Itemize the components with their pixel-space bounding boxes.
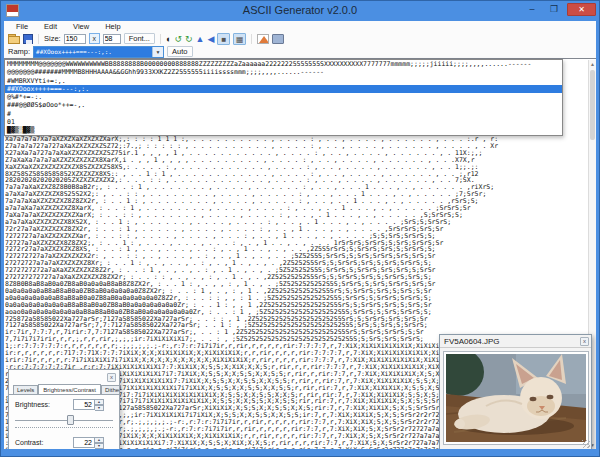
contrast-label: Contrast: <box>15 439 43 446</box>
ramp-dropdown-item[interactable]: █▓▒░█▓▒ <box>5 126 562 134</box>
ramp-dropdown-arrow-icon[interactable]: ▼ <box>152 47 163 57</box>
menu-help[interactable]: Help <box>97 22 128 31</box>
monitor-icon[interactable] <box>272 34 284 44</box>
rotate-right-icon[interactable]: ↻ <box>185 34 193 44</box>
ramp-dropdown-item[interactable]: @@@@@@@#######MMMMB8HHHAAAA&&GGhh9933XXK… <box>5 68 562 76</box>
save-icon[interactable] <box>23 34 33 44</box>
cat-photo <box>446 354 586 442</box>
menubar: File Edit View Help <box>4 21 596 32</box>
ramp-dropdown-item[interactable]: #WMBRXVYti+=:,. <box>5 77 562 85</box>
ramp-dropdown-list[interactable]: MMMMMMMM@@@@@@@WWWWWWWWWWBB8888888B00000… <box>4 59 563 136</box>
adjustment-panel: x Levels Brightness/Contrast Dither Brig… <box>8 369 120 449</box>
resize-grip[interactable] <box>582 440 590 448</box>
ramp-dropdown-item[interactable]: 01 <box>5 118 562 126</box>
ramp-combobox[interactable]: ##XOoox++++===---:,:. ▼ <box>33 46 164 58</box>
height-input[interactable] <box>103 34 121 44</box>
minimize-button[interactable]: – <box>523 3 541 16</box>
ramp-row: Ramp: ##XOoox++++===---:,:. ▼ Auto <box>4 45 596 58</box>
font-button[interactable]: Font... <box>124 33 155 44</box>
close-button[interactable]: ✕ <box>567 3 596 16</box>
menu-view[interactable]: View <box>65 22 97 31</box>
width-input[interactable] <box>64 34 86 44</box>
toolbar-separator <box>251 34 252 44</box>
client-area: File Edit View Help Size: x Font... ◐ ↺ … <box>4 21 596 449</box>
size-label: Size: <box>44 34 61 43</box>
slider-ticks <box>15 427 113 428</box>
open-file-icon[interactable] <box>8 34 20 44</box>
brightness-slider-thumb[interactable] <box>67 415 74 425</box>
picture-icon[interactable] <box>257 34 269 44</box>
contrast-value[interactable]: 22 <box>73 437 95 448</box>
tab-dither[interactable]: Dither <box>101 385 120 394</box>
panel-close-icon[interactable]: x <box>107 373 116 382</box>
preview-image-frame <box>443 351 589 445</box>
toolbar-separator <box>160 34 161 44</box>
ramp-dropdown-item[interactable]: # <box>5 110 562 118</box>
brightness-value[interactable]: 52 <box>73 399 95 410</box>
flip-vertical-icon[interactable]: ▲ <box>195 34 204 44</box>
brightness-slider[interactable] <box>15 415 113 425</box>
preview-titlebar[interactable]: FV5A0604.JPG x <box>440 335 591 348</box>
adjustment-panel-body: Brightness: 52 ▲ ▼ Contrast: 22 ▲ <box>9 394 119 449</box>
adjustment-tabs: Levels Brightness/Contrast Dither <box>13 383 120 394</box>
preview-title: FV5A0604.JPG <box>444 337 500 346</box>
preview-close-icon[interactable]: x <box>580 337 589 346</box>
tab-levels[interactable]: Levels <box>13 385 38 394</box>
ramp-dropdown-item[interactable]: @%#*+=-:. <box>5 93 562 101</box>
scroll-up-icon[interactable]: ▲ <box>589 60 596 68</box>
flip-horizontal-icon[interactable]: ◀ <box>207 34 214 44</box>
toolbar: Size: x Font... ◐ ↺ ↻ ▲ ◀ ■ ▦ <box>4 32 596 45</box>
image-preview-window: FV5A0604.JPG x <box>439 334 592 449</box>
maximize-button[interactable]: ❐ <box>545 3 563 16</box>
rotate-left-icon[interactable]: ↺ <box>174 34 182 44</box>
ramp-dropdown-item[interactable]: ##XOoox++++===---:,:. <box>5 85 562 93</box>
view-image-toggle[interactable]: ■ <box>217 33 230 45</box>
ramp-dropdown-item[interactable]: MMMMMMMM@@@@@@@WWWWWWWWWWBB8888888B00000… <box>5 60 562 68</box>
window-title: ASCII Generator v2.0.0 <box>1 4 599 16</box>
ramp-label: Ramp: <box>8 47 30 56</box>
titlebar[interactable]: ASCII Generator v2.0.0 – ❐ ✕ <box>1 1 599 21</box>
menu-file[interactable]: File <box>8 22 36 31</box>
app-window: ASCII Generator v2.0.0 – ❐ ✕ File Edit V… <box>0 0 600 457</box>
view-split-toggle[interactable]: ▦ <box>233 33 246 45</box>
scrollbar-thumb[interactable] <box>590 70 595 140</box>
contrast-icon[interactable]: ◐ <box>166 34 171 44</box>
spin-down-icon[interactable]: ▼ <box>95 405 104 411</box>
lock-aspect-button[interactable]: x <box>89 33 100 44</box>
toolbar-separator <box>38 34 39 44</box>
brightness-label: Brightness: <box>15 401 50 408</box>
menu-edit[interactable]: Edit <box>36 22 65 31</box>
brightness-spinner[interactable]: 52 ▲ ▼ <box>73 399 105 410</box>
ramp-dropdown-item[interactable]: ###@@ØØS$øOoo*++=-,. <box>5 101 562 109</box>
contrast-spinner[interactable]: 22 ▲ ▼ <box>73 437 105 448</box>
auto-button[interactable]: Auto <box>167 46 192 57</box>
ramp-combobox-value[interactable]: ##XOoox++++===---:,:. <box>34 47 152 57</box>
